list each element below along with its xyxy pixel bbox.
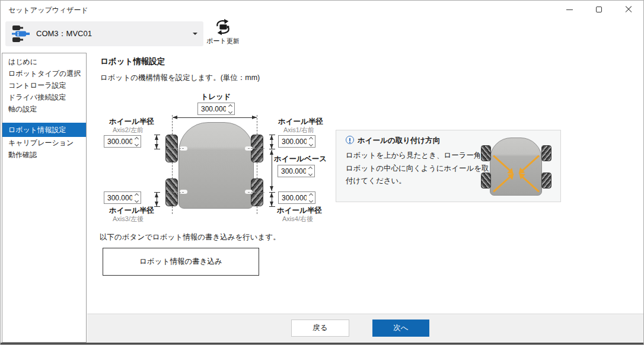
page-title: ロボット情報設定 [100,56,165,67]
axle-center-mark [248,148,264,149]
wheel-radius-arrow-rear-right [272,193,272,206]
rear-right-radius-input[interactable] [279,192,307,203]
mini-wheel-front-right [541,145,551,161]
window-controls [554,1,643,18]
chevron-down-icon [134,198,138,202]
next-button[interactable]: 次へ [372,320,429,337]
front-right-radius-spinner [278,135,315,148]
close-icon [625,6,632,13]
write-description: 以下のボタンでロボット情報の書き込みを行います。 [100,232,280,242]
sidebar-item-controller-settings[interactable]: コントローラ設定 [2,79,86,91]
info-circle-icon [346,136,354,144]
wheel-radius-arrow-front-left [157,135,157,149]
sidebar-item-introduction[interactable]: はじめに [2,56,86,68]
minimize-icon [566,9,573,10]
mini-wheel-rear-left [481,172,491,189]
chevron-down-icon [308,142,313,146]
front-right-axis-label: Axis1/右前 [283,126,314,135]
info-box-title: ホイールの取り付け方向 [358,136,440,146]
minimize-button[interactable] [554,1,584,18]
axle-center-mark [248,192,264,193]
wheelbase-input[interactable] [278,165,306,177]
bottom-accent-bar [1,343,643,345]
chevron-up-icon [134,193,138,197]
rear-left-radius-spinner [104,191,141,204]
wheelbase-spinner [278,165,315,177]
window-title: セットアップウィザード [8,5,88,15]
write-robot-info-button[interactable]: ロボット情報の書き込み [103,248,259,276]
wheel-radius-arrow-front-right [272,135,272,149]
sidebar-item-axis-settings[interactable]: 軸の設定 [2,103,86,115]
refresh-ports-icon [213,18,232,36]
setup-wizard-window: セットアップウィザード COM3：MVC01 [0,0,644,345]
chevron-up-icon [134,136,138,140]
back-button[interactable]: 戻る [291,320,349,337]
chevron-down-icon [308,198,313,202]
com-port-dropdown[interactable]: COM3：MVC01 [5,21,203,46]
info-box-body: ロボットを上から見たとき、ローラー角度がロボットの中心に向くようにホイールを取り… [346,149,498,188]
mini-robot-diagram [477,135,557,198]
rear-right-axis-label: Axis4/右後 [282,215,313,223]
tread-label: トレッド [196,92,235,102]
com-port-value: COM3：MVC01 [36,28,92,39]
tread-spinner [197,103,235,115]
front-left-radius-input[interactable] [104,136,132,147]
rear-left-axis-label: Axis3/左後 [113,215,144,223]
chevron-down-icon [308,171,312,175]
chevron-up-icon [308,166,312,170]
titlebar: セットアップウィザード [1,1,643,18]
maximize-button[interactable] [584,1,614,18]
port-refresh-button[interactable]: ポート更新 [207,18,239,48]
tread-input[interactable] [198,103,226,114]
wheelbase-label: ホイールベース [274,154,327,164]
chevron-up-icon [308,136,313,140]
axle-center-mark [167,148,184,149]
robot-body-top-view [178,122,254,209]
dimension-tick [154,206,160,207]
chevron-down-icon [193,33,197,35]
rear-right-spin-buttons[interactable] [307,192,315,203]
tread-dimension-arrow [173,117,257,118]
maximize-icon [596,7,602,12]
page-subtitle: ロボットの機構情報を設定します。(単位：mm) [100,73,260,83]
mini-wheel-front-left [481,145,491,161]
footer-bar [87,314,644,343]
dimension-tick [269,149,275,149]
rear-right-radius-spinner [278,191,315,204]
wheel-mounting-info-box: ホイールの取り付け方向 ロボットを上から見たとき、ローラー角度がロボットの中心に… [336,130,561,202]
chevron-down-icon [228,109,232,113]
front-left-spin-buttons[interactable] [132,136,141,147]
sidebar-item-robot-info[interactable]: ロボット情報設定 [2,123,86,137]
wheelbase-dimension-arrow [272,150,272,191]
rear-left-radius-input[interactable] [104,192,132,203]
tread-spin-buttons[interactable] [226,103,234,114]
port-refresh-label: ポート更新 [206,37,240,46]
wheelbase-spin-buttons[interactable] [306,165,314,177]
mini-wheel-rear-right [541,172,551,189]
sidebar-item-operation-check[interactable]: 動作確認 [2,149,86,161]
chevron-down-icon [134,142,138,146]
front-left-radius-spinner [104,135,141,148]
wizard-steps-sidebar: はじめに ロボットタイプの選択 コントローラ設定 ドライバ接続設定 軸の設定 ロ… [2,53,87,343]
wheel-radius-arrow-rear-left [157,193,157,206]
sidebar-item-driver-connection[interactable]: ドライバ接続設定 [2,91,86,103]
front-left-axis-label: Axis2/左前 [113,126,144,135]
front-right-radius-input[interactable] [279,136,307,147]
rear-left-spin-buttons[interactable] [132,192,141,203]
dimension-tick [154,149,160,149]
chevron-up-icon [228,104,232,108]
dimension-tick [269,206,275,207]
axle-center-mark [167,192,184,193]
sidebar-item-robot-type[interactable]: ロボットタイプの選択 [2,68,86,79]
sidebar-item-calibration[interactable]: キャリブレーション [2,137,86,149]
usb-connector-icon [12,24,31,43]
front-right-spin-buttons[interactable] [307,136,315,147]
close-button[interactable] [614,1,643,18]
chevron-up-icon [308,193,313,197]
